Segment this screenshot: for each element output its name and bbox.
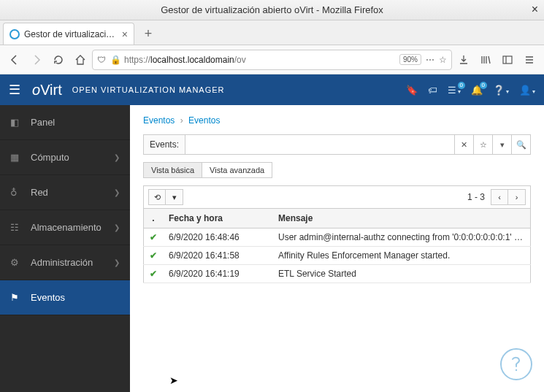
bookmark-star-icon[interactable]: ☆	[439, 55, 447, 65]
zoom-indicator[interactable]: 90%	[399, 54, 421, 65]
breadcrumb-sep: ›	[180, 115, 183, 126]
gear-icon: ⚙	[10, 257, 23, 268]
table-controls: ⟲ ▾ 1 - 3 ‹ ›	[143, 185, 531, 208]
flag-icon: ⚑	[10, 292, 23, 303]
dashboard-icon: ◧	[10, 117, 23, 128]
library-button[interactable]	[475, 50, 496, 70]
ovirt-favicon	[9, 29, 20, 39]
filter-input[interactable]	[185, 135, 454, 154]
sidebar-toggle-button[interactable]	[497, 50, 518, 70]
brand-logo: oVirt	[32, 82, 62, 99]
filter-bar: Events: ✕ ☆ ▾ 🔍	[143, 134, 531, 155]
url-text: https://localhost.localdomain/ov	[124, 55, 396, 65]
window-close-button[interactable]: ×	[532, 3, 538, 16]
window-title: Gestor de virtualización abierto oVirt -…	[161, 4, 383, 15]
tab-close-button[interactable]: ×	[122, 28, 128, 40]
col-status[interactable]: .	[144, 209, 164, 228]
tasks-icon[interactable]: ☰0▾	[448, 85, 461, 96]
view-tabs: Vista básica Vista avanzada	[143, 162, 531, 178]
filter-bookmark-button[interactable]: ☆	[473, 135, 492, 154]
refresh-dropdown-button[interactable]: ▾	[166, 189, 183, 205]
bookmark-icon[interactable]: 🔖	[406, 85, 418, 96]
app-header: ☰ oVirt OPEN VIRTUALIZATION MANAGER 🔖 🏷 …	[0, 74, 544, 105]
table-row[interactable]: ✔ 6/9/2020 16:48:46 User admin@internal-…	[144, 228, 531, 247]
network-icon: ♁	[10, 187, 23, 198]
filter-label: Events:	[144, 135, 185, 154]
chevron-right-icon: ❯	[114, 153, 120, 161]
brand-subtitle: OPEN VIRTUALIZATION MANAGER	[72, 85, 225, 94]
pager-next-button[interactable]: ›	[508, 189, 526, 205]
table-row[interactable]: ✔ 6/9/2020 16:41:19 ETL Service Started	[144, 265, 531, 283]
chevron-right-icon: ❯	[114, 223, 120, 231]
col-message[interactable]: Mensaje	[272, 209, 531, 228]
ok-icon: ✔	[150, 232, 157, 242]
home-button[interactable]	[70, 50, 91, 70]
compute-icon: ▦	[10, 152, 23, 163]
nav-toggle-button[interactable]: ☰	[9, 82, 20, 98]
help-bubble-button[interactable]	[500, 348, 532, 380]
breadcrumb: Eventos › Eventos	[143, 115, 531, 126]
forward-button[interactable]	[26, 50, 47, 70]
shield-icon: 🛡	[97, 55, 106, 65]
filter-dropdown-button[interactable]: ▾	[492, 135, 511, 154]
tag-icon[interactable]: 🏷	[428, 85, 437, 96]
storage-icon: ☷	[10, 222, 23, 233]
sidebar-item-compute[interactable]: ▦ Cómputo ❯	[0, 140, 130, 175]
pager-prev-button[interactable]: ‹	[491, 189, 508, 205]
mouse-cursor: ➤	[169, 374, 178, 386]
sidebar: ◧ Panel ▦ Cómputo ❯ ♁ Red ❯ ☷ Almacenami…	[0, 105, 130, 392]
browser-tab[interactable]: Gestor de virtualización a ×	[3, 23, 134, 45]
tab-advanced-view[interactable]: Vista avanzada	[202, 162, 272, 178]
table-row[interactable]: ✔ 6/9/2020 16:41:58 Affinity Rules Enfor…	[144, 247, 531, 265]
filter-search-button[interactable]: 🔍	[511, 135, 530, 154]
reload-button[interactable]	[48, 50, 69, 70]
lock-icon: 🔒	[110, 55, 121, 65]
window-titlebar: Gestor de virtualización abierto oVirt -…	[0, 0, 544, 20]
filter-clear-button[interactable]: ✕	[454, 135, 473, 154]
browser-navbar: 🛡 🔒 https://localhost.localdomain/ov 90%…	[0, 45, 544, 74]
back-button[interactable]	[4, 50, 25, 70]
sidebar-item-events[interactable]: ⚑ Eventos	[0, 280, 130, 315]
chevron-right-icon: ❯	[114, 258, 120, 266]
sidebar-item-storage[interactable]: ☷ Almacenamiento ❯	[0, 210, 130, 245]
page-actions-icon[interactable]: ⋯	[426, 55, 434, 65]
menu-button[interactable]	[519, 50, 540, 70]
events-table: . Fecha y hora Mensaje ✔ 6/9/2020 16:48:…	[143, 208, 531, 283]
svg-rect-0	[503, 56, 512, 64]
refresh-button[interactable]: ⟲	[148, 189, 166, 205]
bell-icon[interactable]: 🔔0	[471, 85, 483, 96]
tab-title: Gestor de virtualización a	[24, 29, 116, 39]
content-area: Eventos › Eventos Events: ✕ ☆ ▾ 🔍 Vista …	[130, 105, 544, 392]
user-icon[interactable]: 👤▾	[519, 85, 535, 96]
breadcrumb-current: Eventos	[188, 115, 220, 126]
sidebar-item-panel[interactable]: ◧ Panel	[0, 105, 130, 140]
browser-tabstrip: Gestor de virtualización a × +	[0, 20, 544, 45]
ok-icon: ✔	[150, 250, 157, 261]
chevron-right-icon: ❯	[114, 188, 120, 196]
tab-basic-view[interactable]: Vista básica	[143, 162, 202, 178]
new-tab-button[interactable]: +	[137, 23, 159, 45]
help-icon[interactable]: ❔▾	[493, 85, 509, 96]
sidebar-item-network[interactable]: ♁ Red ❯	[0, 175, 130, 210]
col-time[interactable]: Fecha y hora	[163, 209, 272, 228]
sidebar-item-admin[interactable]: ⚙ Administración ❯	[0, 245, 130, 280]
svg-point-2	[516, 369, 517, 371]
ok-icon: ✔	[150, 269, 157, 279]
downloads-button[interactable]	[453, 50, 474, 70]
breadcrumb-root[interactable]: Eventos	[143, 115, 175, 126]
pager-range: 1 - 3	[467, 192, 485, 202]
url-bar[interactable]: 🛡 🔒 https://localhost.localdomain/ov 90%…	[92, 50, 452, 70]
